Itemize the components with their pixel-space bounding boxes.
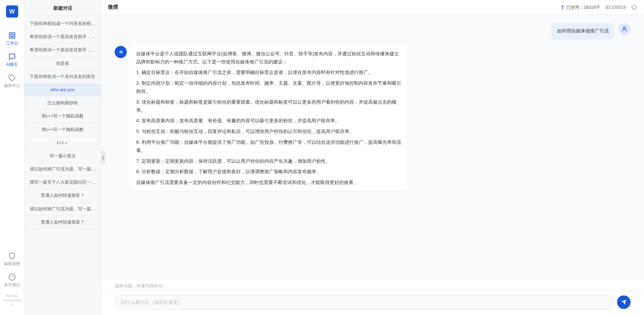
left-nav: W 工作台 AI聊天 插件中心 版权说明	[0, 0, 24, 315]
logo-area: W	[3, 5, 21, 18]
sidebar-item[interactable]: 普通人如何快速致富？	[24, 189, 101, 202]
nav-label-plugin: 插件中心	[4, 83, 20, 89]
nav-label-about: 关于我们	[4, 282, 20, 288]
sidebar: 新建对话 下面你将模拟成一个叫圣友的程序员，我说...希望你扮演一个英语发音助手…	[24, 0, 101, 315]
sidebar-item[interactable]: 写一篇小黄文	[24, 150, 101, 163]
logo-icon: W	[6, 5, 18, 18]
usage-icon: T	[561, 5, 564, 10]
ai-paragraph: 1. 确定目标受众：在开始自媒体推广引流之前，需要明确目标受众是谁，以便在发布内…	[136, 69, 402, 77]
nav-item-workbench[interactable]: 工作台	[0, 28, 24, 50]
chat-area: 如何用自媒体做推广引流 AI 自媒体平台是个人或团队通过互联网平台(如博客、微博…	[101, 15, 644, 280]
svg-rect-0	[9, 33, 11, 35]
ai-paragraph: 2. 制定内容计划：制定一份详细的内容计划，包括发布时间、频率、主题、文案、图片…	[136, 79, 402, 96]
svg-point-9	[623, 27, 626, 29]
send-button[interactable]	[617, 295, 631, 309]
ai-paragraph: 6. 利用平台推广功能：自媒体平台都提供了推广功能，如广告投放、付费推广等，可以…	[136, 138, 402, 155]
nav-item-plugin[interactable]: 插件中心	[0, 71, 24, 92]
user-avatar-icon	[621, 26, 628, 32]
ai-paragraph: 3. 优化标题和标签：标题和标签是吸引粉丝的重要因素。优化标题和标签可以让更多的…	[136, 98, 402, 114]
nav-label-copyright: 版权说明	[4, 261, 20, 267]
user-message-text: 如何用自媒体做推广引流	[557, 27, 609, 35]
topbar: 微撰 T 已使用：28318字 ID:100519	[101, 0, 644, 15]
nav-item-ai-chat[interactable]: AI聊天	[0, 50, 24, 71]
main-panel: 微撰 T 已使用：28318字 ID:100519	[101, 0, 644, 315]
usage-info: T 已使用：28318字	[561, 4, 600, 10]
new-chat-button[interactable]: 新建对话	[24, 0, 101, 16]
svg-rect-2	[9, 36, 11, 38]
nav-item-copyright[interactable]: 版权说明	[0, 249, 24, 270]
svg-rect-1	[12, 33, 14, 35]
sidebar-collapse-button[interactable]: ❮	[101, 151, 106, 164]
nav-label-ai-chat: AI聊天	[6, 62, 18, 68]
sidebar-item[interactable]: 1+1＝	[24, 136, 101, 150]
power-icon	[631, 4, 637, 10]
grid-icon	[8, 32, 16, 39]
quick-topics: 选择话题，快速与我对话：	[101, 280, 644, 290]
sidebar-item[interactable]: 你是谁	[24, 57, 101, 70]
ai-message: 自媒体平台是个人或团队通过互联网平台(如博客、微博、微信公众号、抖音、快手等)发…	[131, 46, 407, 191]
power-button[interactable]	[631, 4, 637, 11]
shield-icon	[8, 252, 16, 260]
plugin-icon	[8, 74, 16, 82]
ai-paragraph: 自媒体推广引流需要具备一定的内容创作和社交能力，同时也需要不断尝试和优化，才能取…	[136, 179, 402, 187]
sidebar-item[interactable]: 请以如何推广引流为题，写一篇大纲	[24, 163, 101, 176]
sidebar-item[interactable]: 下面你将扮演一个名叫圣友的医生	[24, 70, 101, 83]
sidebar-item[interactable]: 撰写一篇关于八大家花园社区一刻钟便民生...	[24, 176, 101, 189]
quick-topic-label: 选择话题，快速与我对话：	[115, 283, 167, 288]
chat-icon	[8, 53, 16, 60]
sidebar-item[interactable]: 用c++写一个随机函数	[24, 123, 101, 136]
sidebar-item[interactable]: 希望你扮演一个英语发音助手，我提供给你...	[24, 44, 101, 57]
message-row: 如何用自媒体做推广引流	[115, 23, 631, 39]
ai-paragraph: 5. 与粉丝互动：积极与粉丝互动，回复评论和私信，可以增加用户对你的认可和信任，…	[136, 128, 402, 136]
ai-paragraph: 自媒体平台是个人或团队通过互联网平台(如博客、微博、微信公众号、抖音、快手等)发…	[136, 50, 402, 66]
sidebar-item[interactable]: who are you	[24, 83, 101, 97]
user-message: 如何用自媒体做推广引流	[552, 23, 614, 39]
sidebar-item[interactable]: 怎么做狗屎炒肉	[24, 97, 101, 110]
send-icon	[621, 299, 627, 305]
sidebar-item[interactable]: 下面你将模拟成一个叫圣友的程序员，我说...	[24, 17, 101, 30]
sidebar-item[interactable]: 希望你扮演一个英语发音助手，我提供给你...	[24, 30, 101, 44]
nav-item-about[interactable]: 关于我们	[0, 270, 24, 291]
ai-paragraph: 4. 发布高质量内容：发布高质量、有价值、有趣的内容可以吸引更多的粉丝，并提高用…	[136, 117, 402, 125]
sidebar-item[interactable]: 请以如何推广引流为题，写一篇大纲	[24, 203, 101, 216]
sidebar-item[interactable]: 用c++写一个随机函数	[24, 110, 101, 123]
topbar-right: T 已使用：28318字 ID:100519	[561, 4, 637, 11]
input-area	[101, 290, 644, 315]
ai-paragraph: 7. 定期更新：定期更新内容，保持活跃度，可以让用户对你的内容产生兴趣，增加用户…	[136, 157, 402, 165]
id-label: ID:100519	[606, 5, 626, 10]
sidebar-list: 下面你将模拟成一个叫圣友的程序员，我说...希望你扮演一个英语发音助手，我提供给…	[24, 16, 101, 315]
page-title: 微撰	[108, 4, 118, 10]
nav-bottom: 版权说明 关于我们 粤ICP备2022015848号	[0, 249, 24, 310]
nav-label-workbench: 工作台	[6, 41, 18, 46]
info-icon	[8, 273, 16, 281]
icp-label: 粤ICP备2022015848号	[0, 291, 24, 310]
svg-rect-3	[12, 36, 14, 38]
sidebar-item[interactable]: 普通人如何快速致富？	[24, 216, 101, 229]
ai-paragraph: 8. 分析数据：定期分析数据，了解用户反馈和喜好，以便调整推广策略和内容发布频率…	[136, 168, 402, 176]
chat-input[interactable]	[115, 295, 614, 310]
avatar	[618, 23, 631, 35]
ai-avatar: AI	[115, 46, 127, 58]
usage-label: 已使用：28318字	[566, 4, 600, 10]
ai-message-row: AI 自媒体平台是个人或团队通过互联网平台(如博客、微博、微信公众号、抖音、快手…	[115, 46, 631, 191]
